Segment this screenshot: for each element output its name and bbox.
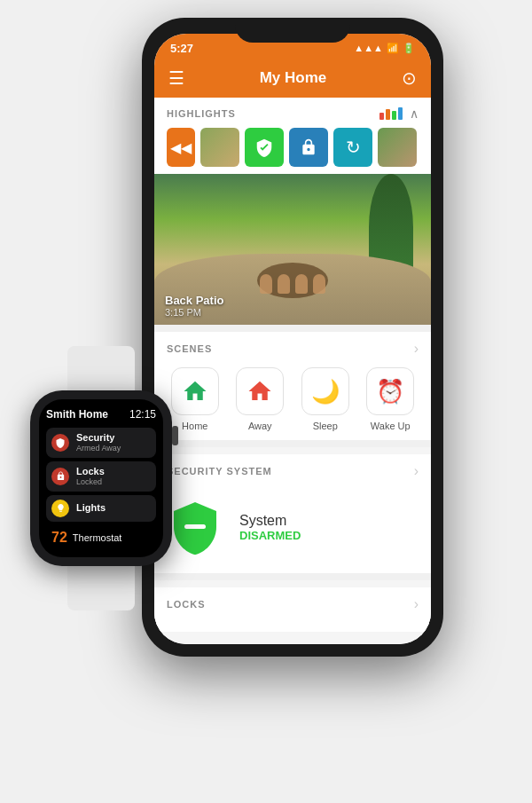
watch-locks-icon	[51, 468, 69, 485]
watch-device: Smith Home 12:15 Security Armed Away	[12, 346, 190, 610]
highlights-label: HIGHLIGHTS	[167, 108, 236, 119]
scene-sleep-label: Sleep	[313, 421, 338, 431]
security-chevron-icon[interactable]: ›	[414, 463, 419, 479]
highlight-thumb-4[interactable]: ↻	[333, 128, 372, 167]
scene-person-2	[278, 274, 290, 294]
menu-icon[interactable]: ☰	[168, 67, 184, 89]
locks-header: LOCKS ›	[167, 596, 419, 612]
watch-lights-icon	[51, 500, 69, 517]
scenes-chevron-icon[interactable]: ›	[414, 341, 419, 357]
nav-title: My Home	[260, 69, 327, 87]
scene-away-icon	[236, 367, 284, 415]
watch-thermostat[interactable]: 72 Thermostat	[46, 525, 156, 550]
scene-person-1	[260, 274, 272, 294]
watch-security-text: Security Armed Away	[76, 432, 121, 453]
phone-notch	[235, 18, 350, 43]
section-locks: LOCKS ›	[154, 587, 431, 632]
security-text: System DISARMED	[239, 513, 301, 542]
signal-icon: ▲▲▲	[354, 43, 383, 53]
moon-icon: 🌙	[311, 378, 340, 405]
scene-people	[260, 274, 325, 294]
scene-away-label: Away	[248, 421, 272, 431]
watch-title: Smith Home	[46, 408, 108, 421]
thermostat-label: Thermostat	[73, 532, 122, 543]
settings-icon[interactable]: ⊙	[402, 67, 417, 89]
watch-security-name: Security	[76, 432, 121, 444]
top-nav: ☰ My Home ⊙	[154, 59, 431, 98]
section-highlights: HIGHLIGHTS ∧ ◀◀	[154, 98, 431, 174]
watch-locks-sub: Locked	[76, 477, 105, 487]
watch-body: Smith Home 12:15 Security Armed Away	[30, 390, 172, 566]
security-content: System DISARMED	[167, 490, 419, 564]
watch-lights-name: Lights	[76, 502, 106, 514]
watch-band-bottom	[67, 566, 135, 610]
security-header: SECURITY SYSTEM ›	[167, 463, 419, 479]
watch-header: Smith Home 12:15	[46, 408, 156, 421]
chevron-up-icon[interactable]: ∧	[410, 106, 419, 121]
highlights-row: ◀◀ ↻	[167, 128, 419, 174]
divider-2	[154, 440, 431, 447]
divider-3	[154, 573, 431, 580]
scene-person-4	[313, 274, 325, 294]
scene-wakeup-icon: ⏰	[366, 367, 414, 415]
highlight-thumb-2[interactable]	[245, 128, 284, 167]
highlights-header-right: ∧	[379, 106, 419, 121]
highlight-thumb-3[interactable]	[289, 128, 328, 167]
highlights-back-button[interactable]: ◀◀	[167, 128, 195, 167]
battery-icon: 🔋	[403, 43, 415, 54]
watch-band-top	[67, 346, 135, 390]
divider-1	[154, 325, 431, 332]
scenes-grid: Home Away 🌙	[167, 367, 419, 431]
status-time: 5:27	[170, 42, 193, 55]
bars-icon	[379, 107, 403, 120]
watch-locks-text: Locks Locked	[76, 466, 105, 487]
bar3	[392, 111, 396, 120]
watch-time: 12:15	[129, 408, 156, 421]
bar1	[379, 113, 384, 120]
scene-sleep[interactable]: 🌙 Sleep	[297, 367, 354, 431]
watch-item-security[interactable]: Security Armed Away	[46, 428, 156, 458]
system-status: DISARMED	[239, 529, 301, 542]
bar4	[398, 107, 403, 120]
camera-time: 3:15 PM	[165, 307, 223, 318]
alarm-icon: ⏰	[376, 378, 404, 405]
watch-screen: Smith Home 12:15 Security Armed Away	[39, 399, 163, 557]
camera-name: Back Patio	[165, 294, 223, 307]
thermostat-temp: 72	[51, 530, 67, 546]
scene-sleep-icon: 🌙	[301, 367, 349, 415]
camera-label: Back Patio 3:15 PM	[165, 294, 223, 318]
scene-person-3	[295, 274, 308, 294]
section-security: SECURITY SYSTEM › System DISARMED	[154, 454, 431, 573]
bar2	[386, 109, 390, 120]
scene-wakeup-label: Wake Up	[371, 421, 411, 431]
highlight-thumb-5[interactable]	[378, 128, 417, 167]
status-icons: ▲▲▲ 📶 🔋	[354, 43, 415, 54]
watch-lights-text: Lights	[76, 502, 106, 514]
watch-security-icon	[51, 434, 69, 452]
watch-item-lights[interactable]: Lights	[46, 495, 156, 522]
highlights-header: HIGHLIGHTS ∧	[167, 106, 419, 121]
phone-screen: 5:27 ▲▲▲ 📶 🔋 ☰ My Home ⊙ HIGHLIGHTS	[154, 34, 431, 644]
highlight-thumb-1[interactable]	[200, 128, 239, 167]
scene-away[interactable]: Away	[232, 367, 289, 431]
section-scenes: SCENES › Home	[154, 332, 431, 440]
system-name: System	[239, 513, 301, 529]
camera-preview[interactable]: Back Patio 3:15 PM	[154, 174, 431, 325]
scene-wakeup[interactable]: ⏰ Wake Up	[363, 367, 419, 431]
refresh-icon: ↻	[346, 137, 361, 158]
phone-content: HIGHLIGHTS ∧ ◀◀	[154, 98, 431, 644]
watch-item-locks[interactable]: Locks Locked	[46, 461, 156, 492]
locks-chevron-icon[interactable]: ›	[414, 596, 419, 612]
watch-security-sub: Armed Away	[76, 444, 121, 453]
scenes-header: SCENES ›	[167, 341, 419, 357]
watch-crown	[172, 426, 178, 445]
wifi-icon: 📶	[387, 43, 399, 54]
watch-locks-name: Locks	[76, 466, 105, 477]
